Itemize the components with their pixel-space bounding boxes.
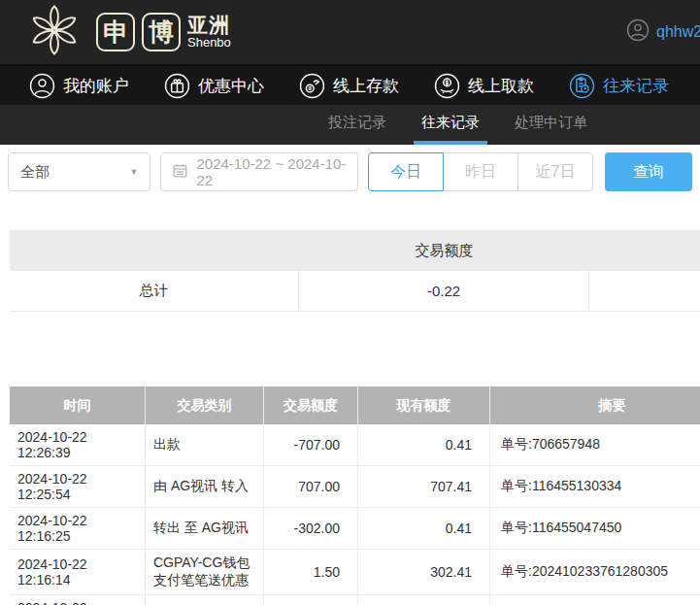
cell-amount: -302.00 bbox=[263, 508, 357, 549]
yesterday-button[interactable]: 昨日 bbox=[443, 152, 518, 191]
column-header-type: 交易类别 bbox=[145, 387, 263, 424]
table-row: 2024-10-22 12:25:54 由 AG视讯 转入 707.00 707… bbox=[10, 466, 700, 508]
table-row: 2024-10-22 12:16:14 CGPAY支付 300.00 300.9… bbox=[10, 595, 700, 605]
nav-item-transaction-records[interactable]: 往来记录 bbox=[569, 73, 669, 99]
cell-summary: 单号:116455047450 bbox=[489, 508, 700, 549]
nav-item-label: 线上取款 bbox=[468, 75, 534, 97]
cell-time: 2024-10-22 12:16:25 bbox=[10, 508, 145, 549]
logo-brand-text: Shenbo bbox=[187, 36, 231, 50]
cell-balance: 0.41 bbox=[357, 424, 489, 465]
table-row: 2024-10-22 12:16:14 CGPAY-CG钱包支付笔笔送优惠 1.… bbox=[10, 550, 700, 595]
flower-logo-icon bbox=[27, 3, 82, 61]
cell-balance: 302.41 bbox=[357, 550, 489, 594]
user-account[interactable]: qhhw2 bbox=[626, 0, 700, 64]
tab-betting-records[interactable]: 投注记录 bbox=[320, 105, 394, 145]
nav-item-online-deposit[interactable]: 线上存款 bbox=[299, 73, 399, 99]
tab-transaction-records[interactable]: 往来记录 bbox=[414, 105, 487, 145]
summary-header-row: 交易额度 bbox=[10, 230, 700, 271]
cell-type: 由 AG视讯 转入 bbox=[145, 466, 263, 507]
withdraw-dollar-hand-icon bbox=[434, 73, 460, 99]
query-button[interactable]: 查询 bbox=[605, 152, 692, 191]
transaction-table: 时间 交易类别 交易额度 现有额度 摘要 2024-10-22 12:26:39… bbox=[10, 387, 700, 605]
logo-char-bo: 博 bbox=[142, 13, 181, 51]
nav-item-online-withdrawal[interactable]: 线上取款 bbox=[434, 73, 534, 99]
cell-time: 2024-10-22 12:25:54 bbox=[10, 466, 145, 507]
date-range-value: 2024-10-22 ~ 2024-10-22 bbox=[196, 155, 347, 188]
logo-char-shen: 申 bbox=[96, 13, 135, 51]
cell-type: CGPAY支付 bbox=[145, 595, 263, 605]
cell-time: 2024-10-22 12:16:14 bbox=[10, 550, 145, 594]
table-row: 2024-10-22 12:16:25 转出 至 AG视讯 -302.00 0.… bbox=[10, 508, 700, 550]
nav-item-label: 往来记录 bbox=[603, 75, 669, 97]
cell-type: 出款 bbox=[145, 424, 263, 465]
cell-amount: -707.00 bbox=[263, 424, 357, 465]
column-header-balance: 现有额度 bbox=[357, 387, 489, 424]
filter-row: 全部 ▼ 2024-10-22 ~ 2024-10-22 今日 昨日 近7日 查… bbox=[8, 152, 692, 191]
summary-empty-cell bbox=[589, 271, 700, 311]
user-icon bbox=[29, 73, 55, 99]
chevron-down-icon: ▼ bbox=[130, 167, 139, 177]
summary-total-value: -0.22 bbox=[299, 271, 589, 311]
cell-amount: 300.00 bbox=[263, 595, 357, 605]
topbar: 申 博 亚洲 Shenbo qhhw2 bbox=[0, 0, 700, 64]
cell-type: 转出 至 AG视讯 bbox=[145, 508, 263, 549]
nav-item-my-account[interactable]: 我的账户 bbox=[29, 73, 129, 99]
summary-total-row: 总计 -0.22 bbox=[10, 271, 700, 312]
date-range-input[interactable]: 2024-10-22 ~ 2024-10-22 bbox=[160, 152, 358, 191]
table-row: 2024-10-22 12:26:39 出款 -707.00 0.41 单号:7… bbox=[10, 424, 700, 466]
cell-balance: 0.41 bbox=[357, 508, 489, 549]
cell-type: CGPAY-CG钱包支付笔笔送优惠 bbox=[145, 550, 263, 594]
cell-amount: 1.50 bbox=[263, 550, 357, 594]
cell-summary: 单号:202410233761280305 bbox=[489, 595, 700, 605]
records-clipboard-clock-icon bbox=[569, 73, 595, 99]
calendar-icon bbox=[172, 162, 188, 182]
category-select[interactable]: 全部 ▼ bbox=[8, 152, 150, 191]
category-select-value: 全部 bbox=[20, 163, 50, 182]
today-button[interactable]: 今日 bbox=[368, 152, 444, 191]
username[interactable]: qhhw2 bbox=[656, 23, 700, 41]
nav-item-label: 优惠中心 bbox=[198, 75, 264, 97]
logo-region-text: 亚洲 bbox=[187, 15, 231, 36]
logo: 申 博 亚洲 Shenbo bbox=[27, 3, 231, 61]
summary-table: 交易额度 总计 -0.22 bbox=[10, 230, 700, 312]
column-header-summary: 摘要 bbox=[489, 387, 700, 424]
cell-summary: 单号:706657948 bbox=[489, 424, 700, 465]
cell-balance: 707.41 bbox=[357, 466, 489, 507]
content-area: 全部 ▼ 2024-10-22 ~ 2024-10-22 今日 昨日 近7日 查… bbox=[0, 145, 700, 605]
cell-summary: 单号:116455130334 bbox=[489, 466, 700, 507]
summary-header-amount: 交易额度 bbox=[299, 242, 589, 260]
nav-item-label: 我的账户 bbox=[63, 75, 129, 97]
column-header-amount: 交易额度 bbox=[263, 387, 357, 424]
quick-date-buttons: 今日 昨日 近7日 bbox=[368, 152, 593, 191]
record-tabs: 投注记录 往来记录 处理中订单 bbox=[0, 105, 700, 145]
cell-amount: 707.00 bbox=[263, 466, 357, 507]
table-header-row: 时间 交易类别 交易额度 现有额度 摘要 bbox=[10, 387, 700, 424]
cell-balance: 300.91 bbox=[357, 595, 489, 605]
avatar-icon bbox=[626, 18, 650, 46]
nav-item-label: 线上存款 bbox=[333, 75, 399, 97]
main-navigation: 我的账户 优惠中心 线上存款 bbox=[0, 64, 700, 105]
logo-subtitle: 亚洲 Shenbo bbox=[187, 15, 231, 50]
tab-pending-orders[interactable]: 处理中订单 bbox=[507, 105, 595, 145]
cell-time: 2024-10-22 12:26:39 bbox=[10, 424, 145, 465]
cell-summary: 单号:202410233761280305 bbox=[489, 550, 700, 594]
nav-item-promotions[interactable]: 优惠中心 bbox=[164, 73, 264, 99]
summary-total-label: 总计 bbox=[10, 271, 299, 311]
deposit-coin-hand-icon bbox=[299, 73, 325, 99]
cell-time: 2024-10-22 12:16:14 bbox=[10, 595, 145, 605]
column-header-time: 时间 bbox=[10, 387, 145, 424]
gift-icon bbox=[164, 73, 190, 99]
last-7-days-button[interactable]: 近7日 bbox=[517, 152, 593, 191]
